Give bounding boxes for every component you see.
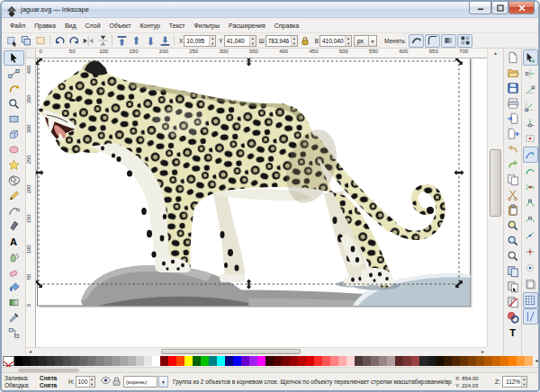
horizontal-ruler[interactable]: 0501001502002503003504004505005506006507… <box>36 49 487 58</box>
smooth-nodes-icon[interactable] <box>523 211 538 227</box>
tool-box-3d[interactable] <box>4 127 24 142</box>
color-swatch[interactable] <box>419 356 428 366</box>
open-icon[interactable] <box>505 65 521 80</box>
color-swatch[interactable] <box>39 356 47 366</box>
zoom-input[interactable]: 112%▲▼ <box>502 376 527 388</box>
color-swatch[interactable] <box>517 356 525 366</box>
menu-item[interactable]: Контур <box>135 18 164 33</box>
color-swatch[interactable] <box>355 356 363 366</box>
color-swatch[interactable] <box>184 356 193 366</box>
menu-item[interactable]: Файл <box>5 18 30 33</box>
scroll-up-arrow[interactable]: ▲ <box>488 49 503 58</box>
color-swatch[interactable] <box>379 356 387 366</box>
lower-icon[interactable] <box>143 34 158 48</box>
affect-stroke-toggle[interactable] <box>409 34 424 48</box>
horizontal-scrollbar[interactable]: ◄ ► <box>26 347 487 355</box>
rotate-ccw-icon[interactable] <box>52 34 67 48</box>
color-swatch[interactable] <box>330 356 338 366</box>
color-swatch[interactable] <box>55 356 63 366</box>
bbox-edges-icon[interactable] <box>523 82 538 98</box>
color-swatch[interactable] <box>87 356 95 366</box>
color-swatch[interactable] <box>22 356 31 366</box>
deselect-icon[interactable] <box>33 34 48 48</box>
y-spinner[interactable]: ▲▼ <box>249 36 256 46</box>
palette-scroll-left-arrow[interactable]: ◂ <box>533 356 540 366</box>
close-button[interactable] <box>508 2 535 14</box>
vertical-scroll-thumb[interactable] <box>490 149 501 217</box>
flip-vertical-icon[interactable] <box>95 34 110 48</box>
clone-icon[interactable] <box>505 279 521 294</box>
duplicate-icon[interactable] <box>505 263 521 279</box>
color-swatch[interactable] <box>249 356 257 366</box>
color-swatch[interactable] <box>460 356 468 366</box>
tool-pencil[interactable] <box>4 188 24 203</box>
select-all-icon[interactable] <box>4 34 19 48</box>
color-swatch[interactable] <box>282 356 290 366</box>
raise-icon[interactable] <box>129 34 143 48</box>
maximize-button[interactable] <box>491 2 508 14</box>
color-swatch[interactable] <box>71 356 79 366</box>
height-spinner[interactable]: ▲▼ <box>345 36 351 46</box>
color-swatch[interactable] <box>152 356 160 366</box>
rotate-cw-icon[interactable] <box>67 34 81 48</box>
snap-paths-icon[interactable] <box>523 163 538 179</box>
opacity-input[interactable]: 100▲▼ <box>76 376 95 388</box>
tool-text[interactable]: A <box>4 234 24 249</box>
redo-icon[interactable] <box>505 156 521 172</box>
width-input[interactable]: 783,946▲▼ <box>266 35 298 47</box>
scroll-right-arrow[interactable]: ► <box>479 348 487 355</box>
tool-calligraphy[interactable] <box>4 218 24 234</box>
color-swatch[interactable] <box>31 356 39 366</box>
color-swatch[interactable] <box>306 356 314 366</box>
snap-bbox-icon[interactable] <box>523 66 538 82</box>
copy-icon[interactable] <box>505 172 521 187</box>
color-swatch[interactable] <box>403 356 411 366</box>
select-all-layers-icon[interactable] <box>19 34 33 48</box>
color-swatch[interactable] <box>338 356 346 366</box>
undo-icon[interactable] <box>505 141 521 156</box>
lower-to-bottom-icon[interactable] <box>158 34 172 48</box>
snap-nodes-icon[interactable] <box>523 147 538 163</box>
tool-bezier-pen[interactable] <box>4 203 24 218</box>
color-swatch[interactable] <box>346 356 355 366</box>
color-swatch[interactable] <box>274 356 282 366</box>
tool-gradient[interactable] <box>4 295 24 310</box>
jaguar-drawing[interactable] <box>36 58 487 347</box>
affect-gradients-toggle[interactable] <box>441 34 456 48</box>
color-none-swatch[interactable] <box>3 356 14 366</box>
color-swatch[interactable] <box>411 356 419 366</box>
lock-ratio-icon[interactable] <box>298 34 312 48</box>
color-swatch[interactable] <box>95 356 104 366</box>
layer-visibility-icon[interactable] <box>101 377 111 385</box>
line-midpoints-icon[interactable] <box>523 227 538 244</box>
bbox-corners-icon[interactable] <box>523 98 538 114</box>
canvas[interactable] <box>36 58 487 347</box>
color-swatch[interactable] <box>120 356 128 366</box>
color-swatch[interactable] <box>201 356 209 366</box>
object-centers-icon[interactable] <box>523 244 538 260</box>
layer-select[interactable]: (корень) <box>123 376 158 388</box>
menu-item[interactable]: Расширения <box>224 18 270 33</box>
color-swatch[interactable] <box>257 356 266 366</box>
color-swatch[interactable] <box>160 356 168 366</box>
color-swatch[interactable] <box>436 356 444 366</box>
minimize-button[interactable] <box>469 2 491 14</box>
tool-dropper[interactable] <box>4 310 24 325</box>
tool-eraser[interactable] <box>4 264 24 280</box>
height-input[interactable]: 410,040▲▼ <box>320 35 352 47</box>
color-swatch[interactable] <box>79 356 87 366</box>
bbox-centers-icon[interactable] <box>523 130 538 147</box>
tool-rectangle[interactable] <box>4 111 24 127</box>
bbox-edge-midpoints-icon[interactable] <box>523 114 538 130</box>
color-swatch[interactable] <box>508 356 517 366</box>
color-swatch[interactable] <box>136 356 144 366</box>
color-swatch[interactable] <box>14 356 22 366</box>
layer-lock-icon[interactable] <box>112 377 121 387</box>
color-swatch[interactable] <box>176 356 184 366</box>
tool-connector[interactable] <box>4 325 24 341</box>
raise-to-top-icon[interactable] <box>114 34 129 48</box>
color-swatch[interactable] <box>233 356 241 366</box>
tool-star[interactable] <box>4 157 24 173</box>
color-swatch[interactable] <box>363 356 371 366</box>
menu-item[interactable]: Текст <box>165 18 190 33</box>
